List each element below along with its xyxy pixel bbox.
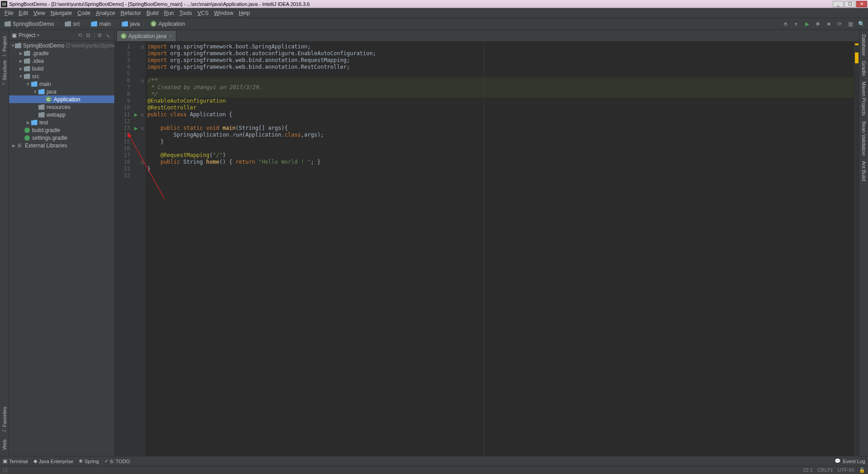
- fold-marker[interactable]: [139, 132, 146, 138]
- expand-icon[interactable]: ▶: [18, 59, 24, 63]
- code-line[interactable]: @RestController: [147, 104, 854, 111]
- menu-code[interactable]: Code: [75, 9, 93, 17]
- expand-icon[interactable]: ▼: [25, 82, 31, 86]
- tree-item-main[interactable]: ▼main: [9, 80, 114, 88]
- code-line[interactable]: import org.springframework.web.bind.anno…: [147, 64, 854, 71]
- stop-button[interactable]: ■: [825, 20, 833, 28]
- gutter-marker[interactable]: [133, 159, 139, 166]
- tool-windows-icon[interactable]: ▢: [3, 467, 7, 473]
- error-stripe[interactable]: [854, 42, 859, 456]
- gutter-tab-favorites[interactable]: 2: Favorites: [1, 405, 8, 434]
- fold-marker[interactable]: ⊟: [139, 77, 146, 84]
- gutter-marker[interactable]: [133, 84, 139, 91]
- menu-edit[interactable]: Edit: [16, 9, 31, 17]
- gutter-marker[interactable]: [133, 118, 139, 125]
- fold-marker[interactable]: ⊟: [139, 111, 146, 118]
- menu-analyze[interactable]: Analyze: [93, 9, 118, 17]
- close-button[interactable]: ✕: [856, 1, 867, 7]
- update-button[interactable]: ⟳: [835, 20, 844, 28]
- expand-icon[interactable]: ▶: [11, 143, 16, 148]
- expand-icon[interactable]: ▼: [33, 90, 38, 94]
- expand-icon[interactable]: ▼: [18, 74, 24, 79]
- code-line[interactable]: [147, 145, 854, 152]
- menu-view[interactable]: View: [31, 9, 48, 17]
- gutter-marker[interactable]: [133, 57, 139, 64]
- menu-file[interactable]: File: [2, 9, 16, 17]
- fold-marker[interactable]: [139, 64, 146, 71]
- gutter-tab-ant-build[interactable]: Ant Build: [860, 159, 868, 183]
- expand-icon[interactable]: ▶: [18, 51, 24, 56]
- sidebar-title[interactable]: ▣ Project ▾: [12, 32, 76, 38]
- collapse-icon[interactable]: ⊟: [86, 32, 92, 38]
- code-line[interactable]: import org.springframework.boot.autoconf…: [147, 50, 854, 57]
- project-tree[interactable]: ▼SpringBootDemoD:\work\yuntu\SpringBoo▶.…: [9, 41, 114, 456]
- breadcrumb-springbootdemo[interactable]: SpringBootDemo: [3, 20, 56, 28]
- code-line[interactable]: @RequestMapping("/"): [147, 152, 854, 159]
- code-line[interactable]: }: [147, 166, 854, 172]
- menu-refactor[interactable]: Refactor: [118, 9, 144, 17]
- gutter-tab-bean-validation[interactable]: Bean Validation: [860, 119, 868, 157]
- build-icon[interactable]: ⬘: [781, 20, 789, 28]
- search-icon[interactable]: 🔍: [857, 20, 865, 28]
- code-line[interactable]: }: [147, 138, 854, 145]
- gutter-marker[interactable]: [133, 98, 139, 104]
- menu-help[interactable]: Help: [236, 9, 253, 17]
- editor-tab-application[interactable]: C Application.java ×: [117, 30, 176, 41]
- menu-vcs[interactable]: VCS: [195, 9, 212, 17]
- fold-marker[interactable]: [139, 98, 146, 104]
- close-icon[interactable]: ×: [169, 33, 172, 39]
- run-icon[interactable]: ▶: [134, 112, 138, 117]
- tree-item-springbootdemo[interactable]: ▼SpringBootDemoD:\work\yuntu\SpringBoo: [9, 42, 114, 49]
- fold-marker[interactable]: [139, 145, 146, 152]
- fold-marker[interactable]: [139, 166, 146, 172]
- warning-marker[interactable]: [855, 43, 859, 45]
- tree-item-java[interactable]: ▼java: [9, 88, 114, 95]
- fold-marker[interactable]: [139, 118, 146, 125]
- gutter-marker[interactable]: [133, 152, 139, 159]
- gutter-marker[interactable]: [133, 91, 139, 98]
- file-encoding[interactable]: UTF-8‡: [838, 467, 854, 473]
- gutter-marker[interactable]: [133, 166, 139, 172]
- gutter-tab-structure[interactable]: 7: Structure: [1, 58, 8, 87]
- menu-navigate[interactable]: Navigate: [48, 9, 75, 17]
- fold-marker[interactable]: ⊟: [139, 43, 146, 50]
- breadcrumb-application[interactable]: CApplication: [149, 20, 187, 28]
- gutter-marker[interactable]: [133, 138, 139, 145]
- fold-marker[interactable]: [139, 172, 146, 179]
- fold-marker[interactable]: [139, 152, 146, 159]
- gutter-marker[interactable]: [133, 172, 139, 179]
- code-line[interactable]: /**: [147, 77, 854, 84]
- code-line[interactable]: public static void main(String[] args){: [147, 125, 854, 132]
- code-line[interactable]: [147, 118, 854, 125]
- bottom-tool-6--todo[interactable]: ✓6: TODO: [104, 458, 130, 464]
- gutter-marker[interactable]: [133, 104, 139, 111]
- fold-marker[interactable]: ⊟: [139, 125, 146, 132]
- run-button[interactable]: ▶: [803, 20, 811, 28]
- gutter-marker[interactable]: [133, 64, 139, 71]
- fold-marker[interactable]: [139, 57, 146, 64]
- expand-icon[interactable]: ▼: [11, 43, 15, 48]
- gutter-marker[interactable]: [133, 77, 139, 84]
- editor-body[interactable]: 1234567891011121314151617182122 ▶▶ ⊟⊟⊟⊟⊞…: [115, 42, 859, 456]
- menu-tools[interactable]: Tools: [177, 9, 195, 17]
- gutter-marker[interactable]: ▶: [133, 111, 139, 118]
- autoscroll-icon[interactable]: ⟲: [78, 32, 84, 38]
- breadcrumb-src[interactable]: src: [63, 20, 82, 28]
- menu-window[interactable]: Window: [211, 9, 236, 17]
- code-line[interactable]: public String home() { return "Hello Wor…: [147, 159, 854, 166]
- bottom-tool-terminal[interactable]: ▣Terminal: [3, 458, 28, 464]
- fold-marker[interactable]: ⊞: [139, 159, 146, 166]
- gutter-tab-project[interactable]: 1: Project: [1, 34, 8, 58]
- gutter-marker[interactable]: [133, 71, 139, 77]
- settings-icon[interactable]: ⚙: [97, 32, 104, 38]
- tree-item-webapp[interactable]: webapp: [9, 111, 114, 118]
- tree-item-src[interactable]: ▼src: [9, 72, 114, 80]
- run-config-dropdown[interactable]: ▾: [792, 20, 800, 28]
- fold-marker[interactable]: [139, 104, 146, 111]
- expand-icon[interactable]: ▶: [18, 66, 24, 71]
- code-line[interactable]: * Created by zhangyi on 2017/3/29.: [147, 84, 854, 91]
- code-line[interactable]: SpringApplication.run(Application.class,…: [147, 132, 854, 138]
- gutter-marker[interactable]: [133, 145, 139, 152]
- fold-marker[interactable]: [139, 71, 146, 77]
- expand-icon[interactable]: ▶: [25, 120, 31, 125]
